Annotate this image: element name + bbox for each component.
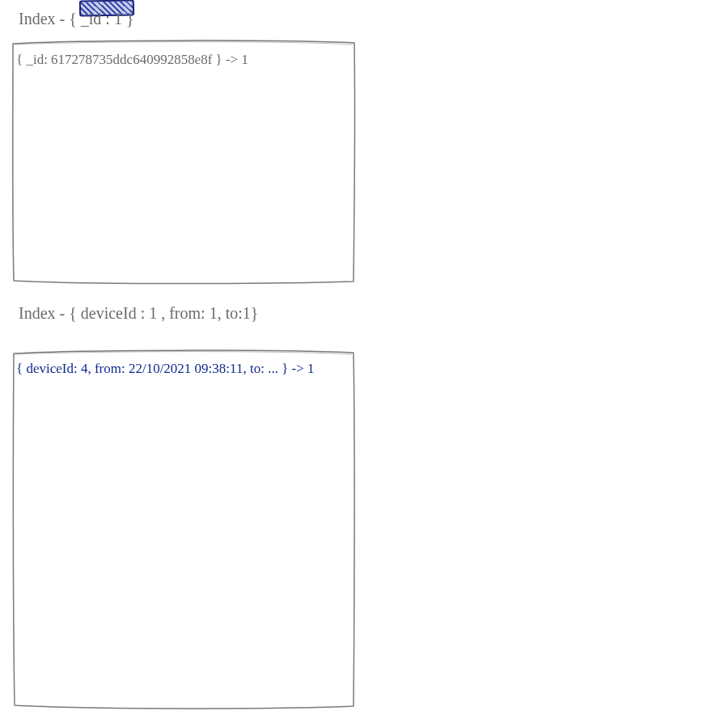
index-id-box: { _id: 617278735ddc640992858e8f } -> 1: [11, 39, 356, 285]
index-compound-box: { deviceId: 4, from: 22/10/2021 09:38:11…: [11, 348, 356, 710]
index-compound-label: Index - { deviceId : 1 , from: 1, to:1}: [19, 304, 258, 323]
index-compound-entry: { deviceId: 4, from: 22/10/2021 09:38:11…: [16, 361, 351, 377]
diagram-stage: Index - { _id : 1 } { _id: 617278735ddc6…: [0, 0, 728, 728]
index-id-entry: { _id: 617278735ddc640992858e8f } -> 1: [16, 52, 351, 68]
index-id-label: Index - { _id : 1 }: [19, 10, 134, 28]
